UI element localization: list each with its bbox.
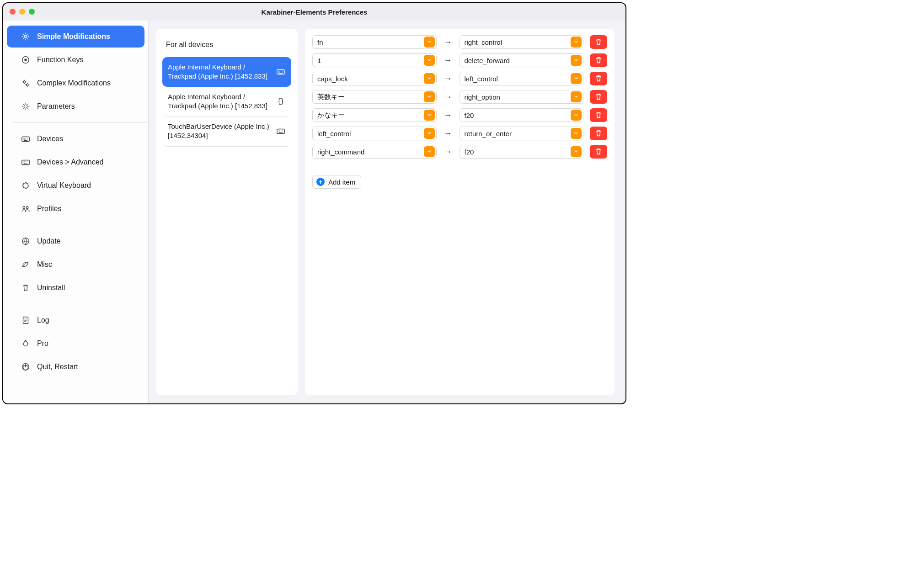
sidebar-item-complex-modifications[interactable]: Complex Modifications bbox=[7, 72, 144, 94]
chevron-down-icon bbox=[571, 146, 582, 157]
to-key-select[interactable]: left_control bbox=[460, 72, 584, 85]
delete-mapping-button[interactable] bbox=[590, 72, 607, 85]
to-key-label: f20 bbox=[465, 148, 570, 156]
sidebar: Simple ModificationsFunction KeysComplex… bbox=[3, 21, 149, 403]
from-key-select[interactable]: right_command bbox=[312, 145, 437, 159]
to-key-select[interactable]: return_or_enter bbox=[460, 127, 584, 140]
sidebar-item-label: Devices > Advanced bbox=[37, 158, 103, 166]
mapping-row: left_control→return_or_enter bbox=[312, 127, 607, 140]
sidebar-item-pro[interactable]: Pro bbox=[7, 333, 144, 355]
arrow-icon: → bbox=[443, 74, 453, 84]
sidebar-item-devices[interactable]: Devices bbox=[7, 128, 144, 150]
minimize-window-button[interactable] bbox=[19, 9, 25, 15]
titlebar: Karabiner-Elements Preferences bbox=[3, 3, 625, 21]
mapping-list: fn→right_control1→delete_forwardcaps_loc… bbox=[312, 35, 607, 159]
mappings-panel: fn→right_control1→delete_forwardcaps_loc… bbox=[305, 29, 615, 395]
chevron-down-icon bbox=[571, 55, 582, 66]
to-key-label: left_control bbox=[465, 75, 570, 83]
device-item[interactable]: Apple Internal Keyboard / Trackpad (Appl… bbox=[162, 57, 291, 87]
to-key-label: f20 bbox=[465, 111, 570, 119]
chevron-down-icon bbox=[571, 91, 582, 102]
close-window-button[interactable] bbox=[10, 9, 16, 15]
mapping-row: かなキー→f20 bbox=[312, 108, 607, 122]
window-controls bbox=[10, 9, 35, 15]
puzzle-icon bbox=[21, 180, 31, 191]
chevron-down-icon bbox=[424, 128, 435, 139]
sidebar-item-log[interactable]: Log bbox=[7, 309, 144, 331]
from-key-select[interactable]: left_control bbox=[312, 127, 437, 140]
sidebar-item-uninstall[interactable]: Uninstall bbox=[7, 277, 144, 299]
chevron-down-icon bbox=[571, 73, 582, 84]
main-content: For all devices Apple Internal Keyboard … bbox=[149, 21, 625, 403]
chevron-down-icon bbox=[571, 37, 582, 48]
add-item-label: Add item bbox=[328, 178, 355, 186]
from-key-label: caps_lock bbox=[317, 75, 422, 83]
chevron-down-icon bbox=[424, 146, 435, 157]
plus-icon: + bbox=[316, 178, 325, 186]
sidebar-item-label: Parameters bbox=[37, 102, 75, 111]
from-key-label: 1 bbox=[317, 57, 422, 64]
delete-mapping-button[interactable] bbox=[590, 108, 607, 122]
chevron-down-icon bbox=[424, 110, 435, 121]
keyboard-icon bbox=[276, 126, 286, 136]
arrow-icon: → bbox=[443, 92, 453, 102]
sidebar-item-virtual-keyboard[interactable]: Virtual Keyboard bbox=[7, 175, 144, 196]
from-key-select[interactable]: fn bbox=[312, 35, 437, 49]
sidebar-item-profiles[interactable]: Profiles bbox=[7, 198, 144, 220]
device-item[interactable]: Apple Internal Keyboard / Trackpad (Appl… bbox=[162, 87, 291, 117]
sidebar-item-label: Quit, Restart bbox=[37, 363, 78, 371]
sidebar-item-label: Profiles bbox=[37, 205, 61, 213]
to-key-select[interactable]: f20 bbox=[460, 108, 584, 122]
delete-mapping-button[interactable] bbox=[590, 145, 607, 159]
devices-panel: For all devices Apple Internal Keyboard … bbox=[156, 29, 298, 395]
preferences-window: Karabiner-Elements Preferences Simple Mo… bbox=[2, 2, 626, 404]
from-key-select[interactable]: caps_lock bbox=[312, 72, 437, 85]
mapping-row: caps_lock→left_control bbox=[312, 72, 607, 85]
from-key-select[interactable]: かなキー bbox=[312, 108, 437, 122]
sidebar-item-label: Virtual Keyboard bbox=[37, 181, 91, 190]
to-key-select[interactable]: delete_forward bbox=[460, 53, 584, 67]
all-devices-header[interactable]: For all devices bbox=[162, 35, 291, 57]
arrow-icon: → bbox=[443, 111, 453, 120]
flame-icon bbox=[21, 339, 31, 349]
window-title: Karabiner-Elements Preferences bbox=[3, 8, 625, 16]
target-icon bbox=[21, 55, 31, 65]
arrow-icon: → bbox=[443, 37, 453, 47]
delete-mapping-button[interactable] bbox=[590, 90, 607, 104]
delete-mapping-button[interactable] bbox=[590, 53, 607, 67]
sidebar-item-label: Update bbox=[37, 237, 61, 245]
delete-mapping-button[interactable] bbox=[590, 127, 607, 140]
sidebar-item-quit-restart[interactable]: Quit, Restart bbox=[7, 356, 144, 378]
chevron-down-icon bbox=[571, 110, 582, 121]
from-key-select[interactable]: 英数キー bbox=[312, 90, 437, 104]
from-key-label: right_command bbox=[317, 148, 422, 156]
sidebar-item-misc[interactable]: Misc bbox=[7, 254, 144, 275]
zoom-window-button[interactable] bbox=[29, 9, 35, 15]
delete-mapping-button[interactable] bbox=[590, 35, 607, 49]
mapping-row: fn→right_control bbox=[312, 35, 607, 49]
leaf-icon bbox=[21, 260, 31, 270]
sidebar-item-devices-advanced[interactable]: Devices > Advanced bbox=[7, 151, 144, 173]
to-key-select[interactable]: right_option bbox=[460, 90, 584, 104]
doc-icon bbox=[21, 315, 31, 325]
to-key-select[interactable]: f20 bbox=[460, 145, 584, 159]
device-item[interactable]: TouchBarUserDevice (Apple Inc.) [1452,34… bbox=[162, 117, 291, 147]
mapping-row: 1→delete_forward bbox=[312, 53, 607, 67]
sidebar-item-label: Log bbox=[37, 316, 49, 324]
keyboard-icon bbox=[276, 67, 286, 77]
arrow-icon: → bbox=[443, 129, 453, 138]
sidebar-item-label: Devices bbox=[37, 135, 63, 143]
globe-icon bbox=[21, 236, 31, 246]
sidebar-item-function-keys[interactable]: Function Keys bbox=[7, 49, 144, 71]
from-key-select[interactable]: 1 bbox=[312, 53, 437, 67]
gear-icon bbox=[21, 32, 31, 42]
chevron-down-icon bbox=[424, 37, 435, 48]
sidebar-item-parameters[interactable]: Parameters bbox=[7, 95, 144, 117]
sidebar-item-simple-modifications[interactable]: Simple Modifications bbox=[7, 26, 144, 48]
to-key-select[interactable]: right_control bbox=[460, 35, 584, 49]
sidebar-item-label: Uninstall bbox=[37, 284, 65, 292]
add-item-button[interactable]: + Add item bbox=[312, 175, 361, 189]
gears-icon bbox=[21, 78, 31, 88]
sidebar-item-update[interactable]: Update bbox=[7, 230, 144, 252]
to-key-label: delete_forward bbox=[465, 57, 570, 64]
